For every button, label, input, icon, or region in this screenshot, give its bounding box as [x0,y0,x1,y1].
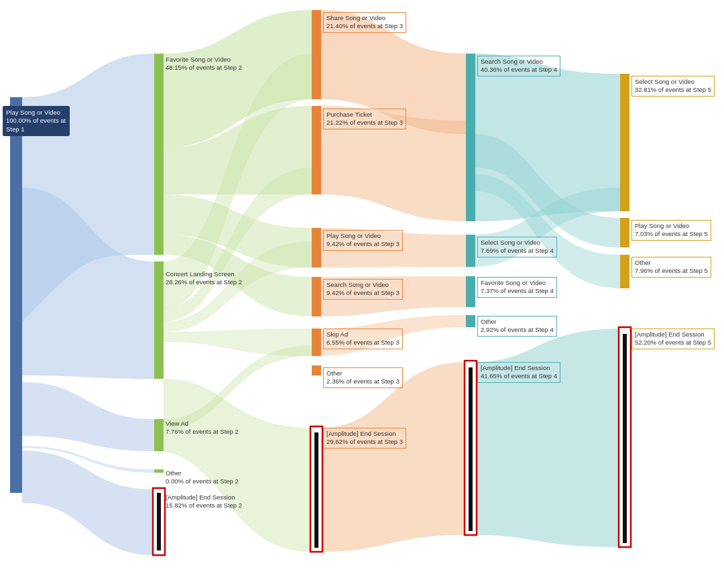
step3-share-node [312,10,321,99]
step4-other-node [466,315,475,327]
step2-viewad-node [154,419,164,451]
step5-select-node [620,74,629,211]
step2-other-node [154,469,164,473]
flow-s2-end3 [164,379,312,552]
step2-favorite-node [154,54,164,255]
step3-play-node [312,228,321,268]
flow-play-select4 [321,228,466,268]
flow-end3-end4 [321,362,466,552]
step5-other-node [620,255,629,288]
step4-search-node [466,54,475,221]
step3-other-node [312,365,321,375]
end-bar-step2 [157,493,161,550]
flow-skipad-other4 [321,315,466,356]
sankey-diagram: Play Song or Video 100.00% of events at … [0,0,724,588]
step4-select-node [466,235,475,267]
step3-skipad-node [312,329,321,356]
flow-s1-viewad [22,382,154,451]
step3-purchase-node [312,106,321,194]
step4-favorite-node [466,276,475,307]
end-bar-step5 [623,334,627,543]
step5-play-node [620,218,629,247]
step2-concert-node [154,261,164,379]
step3-search-node [312,277,321,316]
end-bar-step3 [314,432,318,548]
end-bar-step4 [469,367,473,531]
flow-s1-end [22,451,154,555]
flow-end4-end5 [475,329,620,547]
flow-purchase-search4 [321,106,466,221]
flow-search-fav4 [321,276,466,316]
step1-node [10,97,22,493]
